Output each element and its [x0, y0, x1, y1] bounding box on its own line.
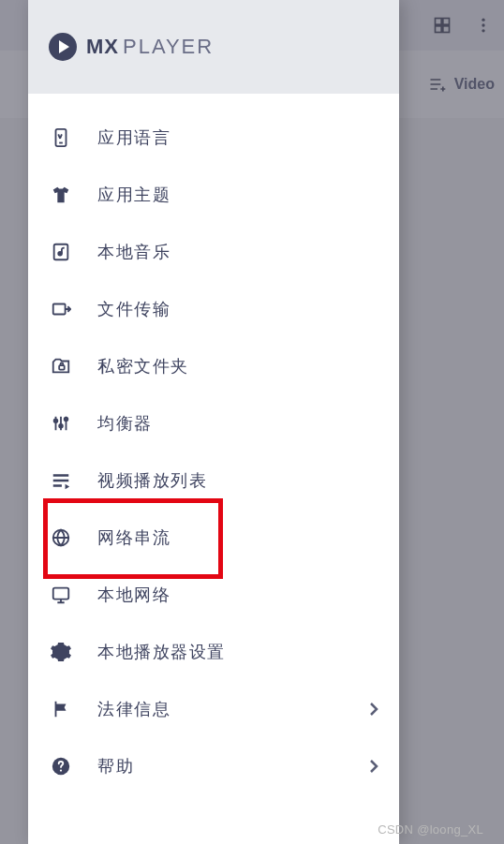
logo-brand-bold: MX: [86, 35, 119, 59]
sidebar-item-label: 视频播放列表: [97, 469, 378, 492]
sidebar-item-label: 应用主题: [97, 184, 378, 206]
sidebar-item-label: 文件传输: [97, 298, 378, 320]
sidebar-item-label: 私密文件夹: [97, 355, 378, 378]
sidebar-item-legal[interactable]: 法律信息: [28, 680, 399, 737]
sidebar-item-video-playlist[interactable]: 视频播放列表: [28, 452, 399, 509]
gear-icon: [49, 640, 73, 664]
play-logo-icon: [49, 33, 77, 61]
music-file-icon: [49, 240, 73, 264]
sidebar-item-label: 本地音乐: [97, 241, 378, 263]
sidebar-item-help[interactable]: 帮助: [28, 737, 399, 794]
sidebar-item-network-stream[interactable]: 网络串流: [28, 509, 399, 566]
transfer-icon: [49, 297, 73, 321]
sidebar-item-equalizer[interactable]: 均衡器: [28, 394, 399, 452]
sidebar-item-label: 本地网络: [97, 584, 378, 606]
sidebar-item-label: 法律信息: [97, 698, 369, 720]
svg-point-14: [65, 417, 68, 421]
navigation-drawer: MX PLAYER 应用语言 应用主题 本地音乐 文件: [28, 0, 399, 844]
logo-brand-light: PLAYER: [123, 35, 214, 59]
monitor-icon: [49, 583, 73, 607]
help-icon: [49, 754, 73, 778]
nav-list: 应用语言 应用主题 本地音乐 文件传输 私密文件夹: [28, 94, 399, 844]
sidebar-item-app-language[interactable]: 应用语言: [28, 109, 399, 166]
sidebar-item-app-theme[interactable]: 应用主题: [28, 166, 399, 223]
sidebar-item-label: 应用语言: [97, 126, 378, 149]
sidebar-item-player-settings[interactable]: 本地播放器设置: [28, 623, 399, 680]
sidebar-item-local-music[interactable]: 本地音乐: [28, 223, 399, 280]
sidebar-item-local-network[interactable]: 本地网络: [28, 566, 399, 623]
flag-icon: [49, 697, 73, 721]
svg-rect-10: [53, 304, 66, 314]
sidebar-item-label: 网络串流: [97, 526, 378, 549]
sidebar-item-label: 帮助: [97, 755, 369, 777]
globe-icon: [49, 526, 73, 550]
phone-language-icon: [49, 126, 73, 150]
sidebar-item-label: 本地播放器设置: [97, 641, 378, 663]
svg-rect-16: [53, 587, 69, 599]
playlist-icon: [49, 468, 73, 493]
svg-point-9: [58, 252, 62, 256]
drawer-header: MX PLAYER: [28, 0, 399, 94]
lock-folder-icon: [49, 354, 73, 378]
watermark-text: CSDN @loong_XL: [378, 822, 483, 837]
svg-rect-11: [59, 365, 64, 370]
svg-point-12: [54, 419, 58, 422]
equalizer-icon: [49, 411, 73, 436]
svg-point-18: [60, 769, 62, 771]
chevron-right-icon: [369, 702, 378, 717]
app-logo: MX PLAYER: [49, 33, 214, 61]
shirt-icon: [49, 183, 73, 207]
svg-point-13: [59, 423, 63, 427]
chevron-right-icon: [369, 759, 378, 774]
sidebar-item-file-transfer[interactable]: 文件传输: [28, 280, 399, 337]
sidebar-item-label: 均衡器: [97, 412, 378, 435]
sidebar-item-private-folder[interactable]: 私密文件夹: [28, 337, 399, 394]
